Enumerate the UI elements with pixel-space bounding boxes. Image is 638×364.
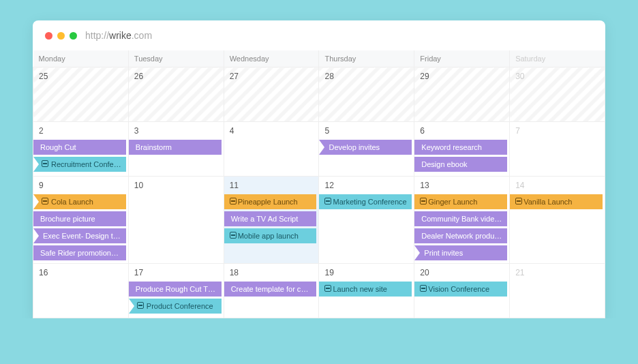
calendar-cell[interactable]: 21 <box>510 264 605 318</box>
calendar-event[interactable]: Ginger Launch <box>414 194 507 209</box>
calendar-cell[interactable]: 26 <box>128 67 224 122</box>
day-number: 14 <box>515 181 524 190</box>
url-bar[interactable]: http://wrike.com <box>85 30 152 41</box>
event-label: Ginger Launch <box>428 198 477 206</box>
calendar-event[interactable]: Recruitment Conferen... <box>33 157 126 172</box>
calendar-cell[interactable]: 29 <box>414 67 510 122</box>
day-number: 30 <box>515 72 524 81</box>
calendar-cell[interactable]: 28 <box>319 67 414 122</box>
event-label: Launch new site <box>333 285 387 293</box>
browser-window: http://wrike.com MondayTuesdayWednesdayT… <box>33 20 605 318</box>
event-label: Vanilla Launch <box>523 198 572 206</box>
calendar-event[interactable]: Rough Cut <box>33 140 126 155</box>
day-header: Saturday <box>510 50 605 67</box>
event-label: Keyword research <box>421 143 482 151</box>
event-icon <box>515 198 522 204</box>
day-number: 11 <box>230 181 239 190</box>
calendar-event[interactable]: Dealer Network product ca... <box>414 228 507 243</box>
calendar-event[interactable]: Marketing Conference <box>319 194 412 209</box>
day-number: 18 <box>230 268 239 277</box>
event-label: Produce Rough Cut TV Ad <box>136 285 222 293</box>
event-icon <box>42 160 48 167</box>
event-label: Brochure picture <box>40 215 95 223</box>
calendar-cell[interactable]: 18Create template for custo... <box>224 264 319 318</box>
day-number: 12 <box>324 181 333 190</box>
close-icon[interactable] <box>45 32 52 40</box>
calendar-event[interactable]: Print invites <box>414 245 507 260</box>
titlebar: http://wrike.com <box>33 20 605 50</box>
day-number: 17 <box>134 268 143 277</box>
window-controls <box>45 32 77 40</box>
calendar-event[interactable]: Exec Event- Design the In... <box>33 228 126 243</box>
calendar-event[interactable]: Write a TV Ad Script <box>224 211 317 226</box>
url-suffix: .com <box>132 30 152 41</box>
event-icon <box>324 285 331 292</box>
calendar-event[interactable]: Mobile app launch <box>224 228 317 243</box>
calendar-cell[interactable]: 3Brainstorm <box>128 122 224 177</box>
day-header: Wednesday <box>224 50 319 67</box>
calendar-event[interactable]: Vanilla Launch <box>510 194 603 209</box>
day-number: 25 <box>39 72 48 81</box>
calendar-event[interactable]: Vision Conference <box>414 282 507 297</box>
day-number: 26 <box>134 72 143 81</box>
calendar-event[interactable]: Launch new site <box>319 282 412 297</box>
calendar-cell[interactable]: 25 <box>33 67 129 122</box>
calendar-grid: MondayTuesdayWednesdayThursdayFridaySatu… <box>33 50 605 318</box>
calendar-cell[interactable]: 7 <box>510 122 605 177</box>
calendar-event[interactable]: Cola Launch <box>33 194 126 209</box>
calendar-cell[interactable]: 12Marketing Conference <box>319 177 414 264</box>
event-label: Rough Cut <box>40 143 76 151</box>
calendar-cell[interactable]: 5Develop invites <box>319 122 414 177</box>
calendar-cell[interactable]: 11Pineapple LaunchWrite a TV Ad ScriptMo… <box>224 177 319 264</box>
day-number: 9 <box>39 181 44 190</box>
event-label: Mobile app launch <box>238 232 299 240</box>
day-number: 5 <box>324 126 329 136</box>
calendar-event[interactable]: Safe Rider promotional gra... <box>33 245 126 260</box>
calendar-event[interactable]: Keyword research <box>414 140 507 155</box>
event-icon <box>230 232 237 239</box>
day-number: 19 <box>324 268 333 277</box>
event-label: Brainstorm <box>136 143 172 151</box>
event-icon <box>42 198 48 204</box>
calendar-event[interactable]: Brochure picture <box>33 211 126 226</box>
event-label: Safe Rider promotional gra... <box>40 249 126 257</box>
calendar-cell[interactable]: 13Ginger LaunchCommunity Bank video shor… <box>414 177 510 264</box>
calendar-cell[interactable]: 19Launch new site <box>319 264 414 318</box>
minimize-icon[interactable] <box>57 32 65 40</box>
calendar-cell[interactable]: 16 <box>33 264 129 318</box>
event-label: Create template for custo... <box>231 285 317 293</box>
day-number: 16 <box>39 268 48 277</box>
calendar-event[interactable]: Produce Rough Cut TV Ad <box>129 282 222 297</box>
calendar-cell[interactable]: 14Vanilla Launch <box>510 177 605 264</box>
event-label: Design ebook <box>421 160 467 168</box>
calendar-event[interactable]: Product Conference <box>129 299 222 314</box>
event-icon <box>324 198 331 204</box>
calendar-event[interactable]: Design ebook <box>414 157 507 172</box>
calendar-cell[interactable]: 30 <box>510 67 605 122</box>
calendar-cell[interactable]: 20Vision Conference <box>414 264 510 318</box>
calendar-cell[interactable]: 27 <box>224 67 319 122</box>
calendar-event[interactable]: Community Bank video short <box>414 211 507 226</box>
day-number: 29 <box>420 72 429 81</box>
event-label: Recruitment Conferen... <box>51 160 126 168</box>
day-number: 10 <box>134 181 143 190</box>
day-number: 4 <box>230 126 234 136</box>
calendar-cell[interactable]: 9Cola LaunchBrochure pictureExec Event- … <box>33 177 129 264</box>
calendar-cell[interactable]: 2Rough CutRecruitment Conferen... <box>33 122 129 177</box>
maximize-icon[interactable] <box>70 32 77 40</box>
event-icon <box>230 198 237 204</box>
day-number: 3 <box>134 126 139 136</box>
event-label: Pineapple Launch <box>238 198 298 206</box>
calendar-cell[interactable]: 17Produce Rough Cut TV AdProduct Confere… <box>128 264 224 318</box>
url-prefix: http:// <box>85 30 109 41</box>
calendar-cell[interactable]: 6Keyword researchDesign ebook <box>414 122 510 177</box>
event-label: Develop invites <box>329 143 380 151</box>
calendar-cell[interactable]: 4 <box>224 122 319 177</box>
calendar-event[interactable]: Develop invites <box>319 140 412 155</box>
calendar-event[interactable]: Pineapple Launch <box>224 194 317 209</box>
event-label: Exec Event- Design the In... <box>43 232 126 240</box>
calendar-cell[interactable]: 10 <box>128 177 224 264</box>
event-label: Print invites <box>424 249 463 257</box>
calendar-event[interactable]: Brainstorm <box>129 140 222 155</box>
calendar-event[interactable]: Create template for custo... <box>224 282 317 297</box>
